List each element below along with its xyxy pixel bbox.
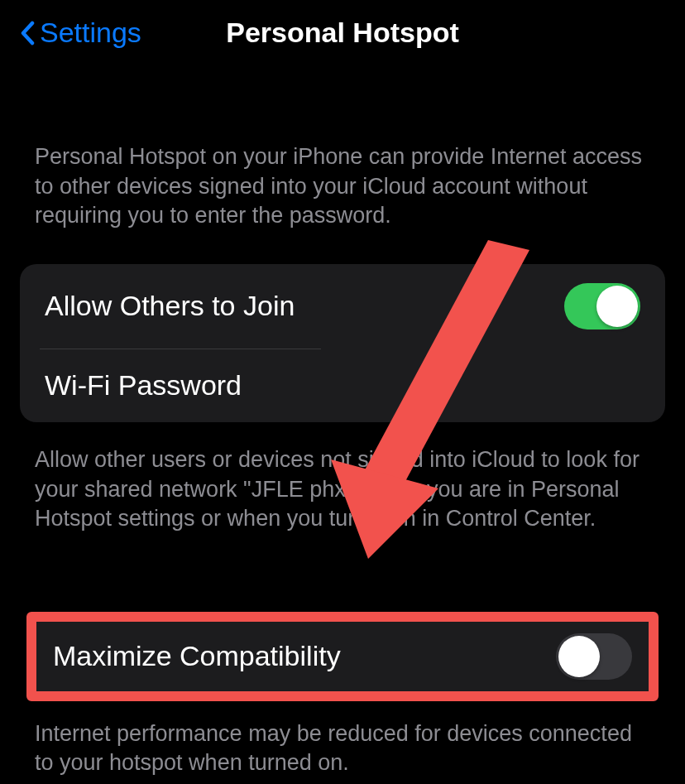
page-title: Personal Hotspot xyxy=(226,17,458,49)
wifi-password-label: Wi-Fi Password xyxy=(45,369,242,402)
toggle-knob xyxy=(596,286,638,327)
allow-others-row[interactable]: Allow Others to Join xyxy=(20,264,665,349)
intro-description: Personal Hotspot on your iPhone can prov… xyxy=(0,142,685,231)
navigation-header: Settings Personal Hotspot xyxy=(0,0,685,60)
highlighted-setting-container: Maximize Compatibility xyxy=(31,617,654,696)
wifi-password-row[interactable]: Wi-Fi Password xyxy=(20,349,665,422)
maximize-compatibility-row[interactable]: Maximize Compatibility xyxy=(31,617,654,696)
chevron-left-icon xyxy=(20,21,35,46)
group1-footer-text: Allow other users or devices not signed … xyxy=(0,445,685,534)
allow-others-toggle[interactable] xyxy=(564,283,640,329)
allow-others-label: Allow Others to Join xyxy=(45,290,295,322)
back-label: Settings xyxy=(40,17,141,49)
back-button[interactable]: Settings xyxy=(20,17,141,49)
settings-group-main: Allow Others to Join Wi-Fi Password xyxy=(20,264,665,422)
toggle-knob xyxy=(558,636,600,677)
maximize-compatibility-label: Maximize Compatibility xyxy=(53,640,341,672)
group2-footer-text: Internet performance may be reduced for … xyxy=(0,719,685,778)
maximize-compatibility-toggle[interactable] xyxy=(556,633,632,680)
